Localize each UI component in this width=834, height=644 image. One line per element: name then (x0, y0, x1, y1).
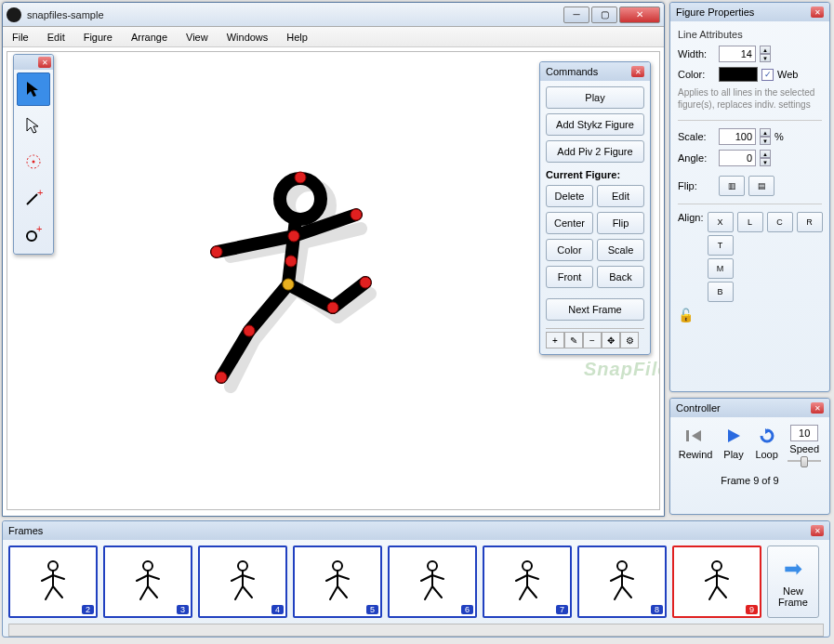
frames-panel: Frames ✕ 23456789➡NewFrame (2, 520, 830, 637)
svg-point-51 (333, 561, 342, 571)
frame-thumb[interactable]: 4 (198, 545, 287, 618)
menu-windows[interactable]: Windows (223, 30, 272, 45)
tool-target[interactable] (17, 145, 50, 178)
cmd-edit-icon[interactable]: ✎ (564, 332, 583, 348)
svg-point-63 (523, 561, 532, 571)
svg-point-39 (143, 561, 152, 571)
controller-titlebar[interactable]: Controller ✕ (670, 399, 829, 417)
menu-arrange[interactable]: Arrange (127, 30, 171, 45)
align-b-button[interactable]: B (708, 282, 734, 302)
width-spinner[interactable]: ▲▼ (760, 46, 771, 62)
lock-icon[interactable]: 🔓 (678, 308, 694, 322)
back-button[interactable]: Back (597, 266, 644, 288)
align-t-button[interactable]: T (708, 235, 734, 256)
flip-vertical-button[interactable]: ▤ (748, 176, 774, 196)
frame-thumb[interactable]: 6 (388, 545, 477, 618)
svg-line-80 (717, 586, 726, 598)
svg-point-33 (48, 561, 58, 571)
frames-title: Frames (8, 525, 43, 536)
maximize-button[interactable]: ▢ (591, 7, 617, 23)
align-label: Align: (678, 212, 704, 223)
titlebar[interactable]: snapfiles-sample ─ ▢ ✕ (3, 3, 664, 27)
frame-thumb[interactable]: 2 (8, 545, 98, 618)
svg-line-53 (326, 575, 338, 581)
new-frame-button[interactable]: ➡NewFrame (767, 545, 819, 618)
svg-point-19 (351, 209, 362, 220)
color-label: Color: (678, 69, 715, 80)
play-label: Play (723, 449, 743, 460)
align-m-button[interactable]: M (708, 258, 734, 279)
toolbox-close-icon[interactable]: ✕ (38, 57, 51, 68)
menubar: File Edit Figure Arrange View Windows He… (3, 27, 664, 47)
controller-play-button[interactable] (721, 425, 746, 447)
close-button[interactable]: ✕ (619, 7, 660, 23)
scale-spinner[interactable]: ▲▼ (760, 128, 771, 145)
commands-titlebar[interactable]: Commands ✕ (540, 62, 650, 81)
frame-thumb[interactable]: 8 (577, 545, 667, 618)
commands-close-icon[interactable]: ✕ (631, 66, 644, 77)
frame-thumb[interactable]: 7 (483, 545, 572, 618)
menu-edit[interactable]: Edit (44, 30, 69, 45)
cmd-add-icon[interactable]: + (546, 332, 564, 348)
flip-button[interactable]: Flip (597, 212, 644, 234)
svg-line-73 (615, 586, 622, 599)
align-r-button[interactable]: R (797, 212, 823, 232)
frame-status: Frame 9 of 9 (678, 475, 822, 486)
add-stykz-button[interactable]: Add Stykz Figure (546, 113, 644, 136)
svg-rect-32 (686, 430, 689, 441)
frame-number: 3 (177, 605, 189, 614)
speed-input[interactable] (790, 425, 818, 441)
menu-view[interactable]: View (182, 30, 212, 45)
angle-spinner[interactable]: ▲▼ (760, 150, 771, 166)
tool-select-filled[interactable] (17, 72, 50, 106)
web-checkbox[interactable]: ✓ (761, 69, 774, 81)
menu-figure[interactable]: Figure (80, 30, 116, 45)
frames-titlebar[interactable]: Frames ✕ (3, 521, 829, 540)
menu-file[interactable]: File (8, 30, 33, 45)
flip-horizontal-button[interactable]: ▥ (719, 176, 745, 196)
cmd-move-icon[interactable]: ✥ (602, 332, 620, 348)
tool-add-line[interactable]: + (17, 181, 50, 215)
cmd-remove-icon[interactable]: − (583, 332, 602, 348)
angle-input[interactable] (719, 150, 756, 166)
width-input[interactable] (719, 46, 756, 62)
minimize-button[interactable]: ─ (563, 7, 589, 23)
color-swatch[interactable] (719, 67, 758, 82)
frames-scrollbar[interactable] (8, 624, 824, 637)
align-x-button[interactable]: X (708, 212, 734, 232)
frame-thumb[interactable]: 5 (293, 545, 382, 618)
align-c-button[interactable]: C (767, 212, 793, 232)
cmd-settings-icon[interactable]: ⚙ (620, 332, 639, 348)
delete-button[interactable]: Delete (546, 185, 593, 207)
front-button[interactable]: Front (546, 266, 593, 288)
scale-button[interactable]: Scale (597, 239, 644, 261)
svg-line-42 (148, 575, 159, 579)
next-frame-button[interactable]: Next Frame (546, 298, 644, 321)
svg-line-55 (330, 586, 338, 599)
color-button[interactable]: Color (546, 239, 593, 261)
loop-button[interactable] (755, 425, 779, 447)
rewind-button[interactable] (683, 425, 708, 447)
menu-help[interactable]: Help (283, 30, 311, 45)
tool-select-outline[interactable] (17, 109, 50, 142)
web-label: Web (777, 69, 798, 80)
scale-input[interactable] (719, 128, 756, 145)
frames-strip[interactable]: 23456789➡NewFrame (3, 540, 829, 624)
controller-close-icon[interactable]: ✕ (811, 402, 824, 414)
play-button[interactable]: Play (546, 86, 644, 109)
frame-thumb[interactable]: 3 (103, 545, 192, 618)
add-piv2-button[interactable]: Add Piv 2 Figure (546, 140, 644, 163)
edit-button[interactable]: Edit (597, 185, 644, 207)
svg-point-17 (288, 230, 299, 242)
speed-slider[interactable] (788, 456, 821, 466)
toolbox-titlebar[interactable]: ✕ (14, 55, 53, 70)
frames-close-icon[interactable]: ✕ (811, 525, 824, 536)
center-button[interactable]: Center (546, 212, 593, 234)
frame-thumb[interactable]: 9 (672, 545, 761, 618)
tool-add-circle[interactable]: + (17, 217, 50, 251)
stick-figure[interactable] (175, 164, 417, 405)
align-l-button[interactable]: L (737, 212, 763, 232)
figure-properties-titlebar[interactable]: Figure Properties ✕ (670, 3, 829, 21)
commands-title: Commands (546, 66, 598, 77)
figure-properties-close-icon[interactable]: ✕ (811, 7, 824, 18)
